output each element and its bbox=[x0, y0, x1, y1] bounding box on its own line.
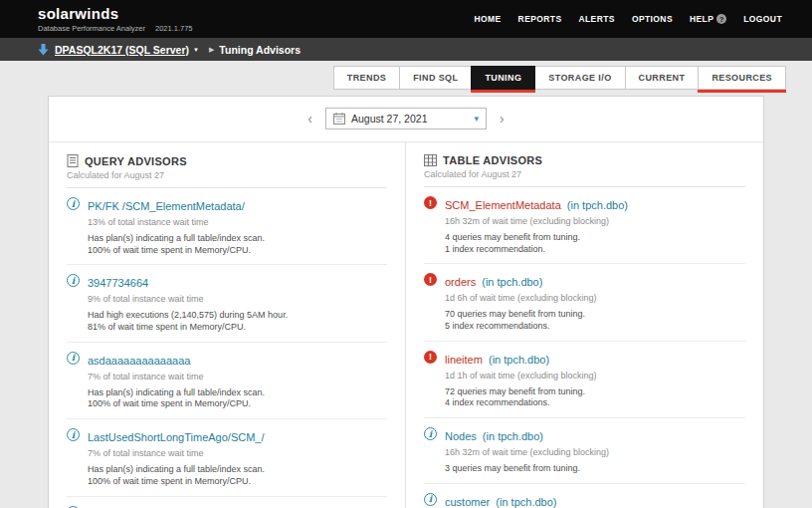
detail-line: Has plan(s) indicating a full table/inde… bbox=[88, 233, 265, 245]
tuning-advisors-card: ‹ August 27, 2021 ▾ › QUERY ADVISORS Cal… bbox=[48, 96, 764, 508]
product-subtitle: Database Performance Analyzer 2021.1.775 bbox=[38, 24, 193, 33]
table-advisor-link[interactable]: SCM_ElementMetadata (in tpch.dbo) bbox=[445, 199, 628, 211]
brand-block: solarwinds Database Performance Analyzer… bbox=[38, 6, 193, 33]
info-icon: i bbox=[67, 428, 80, 441]
nav-alerts[interactable]: ALERTS bbox=[578, 14, 614, 24]
table-advisors-subtitle: Calculated for August 27 bbox=[424, 169, 745, 179]
query-advisor-item: i 3947734664 9% of total instance wait t… bbox=[67, 264, 387, 341]
advisor-details: Has plan(s) indicating a full table/inde… bbox=[88, 464, 265, 487]
advisor-panels: QUERY ADVISORS Calculated for August 27 … bbox=[49, 142, 763, 508]
wait-summary: 1d 1h of wait time (excluding blocking) bbox=[445, 371, 597, 381]
instance-down-arrow-icon bbox=[38, 44, 49, 56]
table-advisors-title: TABLE ADVISORS bbox=[443, 154, 542, 166]
date-picker[interactable]: August 27, 2021 ▾ bbox=[325, 108, 487, 129]
table-name: orders bbox=[445, 276, 476, 288]
query-advisor-link[interactable]: PK/FK /SCM_ElementMetadata/ bbox=[88, 200, 245, 212]
nav-logout[interactable]: LOGOUT bbox=[743, 14, 782, 24]
top-nav: HOME REPORTS ALERTS OPTIONS HELP ? LOGOU… bbox=[474, 14, 782, 24]
query-advisor-item: i 2415565769 5% of total instance wait t… bbox=[67, 496, 387, 508]
wait-summary: 1d 6h of wait time (excluding blocking) bbox=[445, 293, 597, 303]
wait-summary: 16h 32m of wait time (excluding blocking… bbox=[445, 447, 609, 457]
advisor-details: Has plan(s) indicating a full table/inde… bbox=[88, 233, 265, 256]
advisor-details: Had high executions (2,140,575) during 5… bbox=[88, 310, 288, 333]
table-location: (in tpch.dbo) bbox=[496, 496, 556, 508]
table-advisor-link[interactable]: Nodes (in tpch.dbo) bbox=[445, 430, 543, 442]
table-advisor-item: ! lineitem (in tpch.dbo) 1d 1h of wait t… bbox=[424, 341, 745, 417]
query-advisors-header: QUERY ADVISORS Calculated for August 27 bbox=[67, 154, 387, 188]
query-advisors-title: QUERY ADVISORS bbox=[85, 155, 187, 167]
date-navigation: ‹ August 27, 2021 ▾ › bbox=[49, 97, 763, 142]
breadcrumb-page-title: Tuning Advisors bbox=[219, 44, 301, 56]
query-advisor-item: i PK/FK /SCM_ElementMetadata/ 13% of tot… bbox=[67, 188, 387, 264]
tab-current[interactable]: CURRENT bbox=[625, 66, 700, 90]
detail-line: Has plan(s) indicating a full table/inde… bbox=[88, 387, 265, 399]
detail-line: 4 queries may benefit from tuning. bbox=[445, 232, 628, 244]
detail-line: 3 queries may benefit from tuning. bbox=[445, 463, 609, 475]
wait-summary: 13% of total instance wait time bbox=[88, 217, 265, 227]
product-version: 2021.1.775 bbox=[155, 24, 193, 33]
table-advisor-link[interactable]: lineitem (in tpch.dbo) bbox=[445, 354, 549, 366]
query-advisor-link[interactable]: 3947734664 bbox=[88, 277, 148, 289]
detail-line: Has plan(s) indicating a full table/inde… bbox=[88, 464, 265, 476]
top-header-bar: solarwinds Database Performance Analyzer… bbox=[0, 0, 812, 38]
detail-line: 100% of wait time spent in Memory/CPU. bbox=[88, 245, 265, 257]
critical-icon: ! bbox=[424, 196, 437, 209]
breadcrumb-bar: DPASQL2K17 (SQL Server) ▼ ▶ Tuning Advis… bbox=[0, 38, 812, 61]
advisor-details: Has plan(s) indicating a full table/inde… bbox=[88, 387, 265, 410]
instance-caret-icon[interactable]: ▼ bbox=[193, 47, 199, 53]
calendar-icon bbox=[333, 113, 345, 125]
nav-help[interactable]: HELP ? bbox=[690, 14, 726, 24]
table-advisor-item: ! orders (in tpch.dbo) 1d 6h of wait tim… bbox=[424, 263, 745, 340]
info-icon: i bbox=[67, 197, 80, 210]
table-advisor-item: i customer (in tpch.dbo) 31m 46s of wait… bbox=[424, 483, 745, 508]
detail-line: 70 queries may benefit from tuning. bbox=[445, 309, 597, 321]
query-advisor-link[interactable]: asdaaaaaaaaaaaaaa bbox=[88, 355, 190, 367]
table-advisor-item: i Nodes (in tpch.dbo) 16h 32m of wait ti… bbox=[424, 417, 745, 483]
query-advisor-link[interactable]: LastUsedShortLongTimeAgo/SCM_/ bbox=[88, 431, 265, 443]
product-name: Database Performance Analyzer bbox=[38, 24, 145, 33]
help-icon[interactable]: ? bbox=[716, 14, 726, 24]
table-advisor-link[interactable]: orders (in tpch.dbo) bbox=[445, 276, 542, 288]
nav-home[interactable]: HOME bbox=[474, 14, 501, 24]
table-advisors-header: TABLE ADVISORS Calculated for August 27 bbox=[424, 154, 745, 187]
tab-find-sql[interactable]: FIND SQL bbox=[399, 66, 472, 90]
tab-resources[interactable]: RESOURCES bbox=[698, 66, 786, 90]
tab-storage-io[interactable]: STORAGE I/O bbox=[534, 66, 625, 90]
detail-line: 100% of wait time spent in Memory/CPU. bbox=[88, 398, 265, 410]
table-location: (in tpch.dbo) bbox=[567, 199, 628, 211]
prev-day-button[interactable]: ‹ bbox=[307, 112, 312, 126]
tab-tuning[interactable]: TUNING bbox=[471, 66, 535, 90]
detail-line: 5 index recommendations. bbox=[445, 321, 597, 333]
nav-reports[interactable]: REPORTS bbox=[518, 14, 562, 24]
query-advisor-item: i LastUsedShortLongTimeAgo/SCM_/ 7% of t… bbox=[67, 418, 387, 495]
wait-summary: 7% of total instance wait time bbox=[88, 448, 265, 458]
detail-line: 100% of wait time spent in Memory/CPU. bbox=[88, 476, 265, 488]
nav-help-label[interactable]: HELP bbox=[690, 14, 713, 24]
nav-options[interactable]: OPTIONS bbox=[632, 14, 673, 24]
table-advisor-link[interactable]: customer (in tpch.dbo) bbox=[445, 496, 556, 508]
solarwinds-logo: solarwinds bbox=[38, 6, 193, 21]
advisor-details: 70 queries may benefit from tuning. 5 in… bbox=[445, 309, 597, 332]
instance-selector[interactable]: DPASQL2K17 (SQL Server) bbox=[55, 44, 189, 56]
table-advisors-panel: TABLE ADVISORS Calculated for August 27 … bbox=[406, 142, 763, 508]
detail-line: 4 index recommendations. bbox=[445, 397, 597, 409]
table-location: (in tpch.dbo) bbox=[489, 354, 549, 366]
query-advisors-icon bbox=[67, 154, 79, 167]
breadcrumb-arrow-icon: ▶ bbox=[209, 46, 214, 54]
detail-line: Had high executions (2,140,575) during 5… bbox=[88, 310, 288, 322]
critical-icon: ! bbox=[424, 351, 437, 364]
wait-summary: 9% of total instance wait time bbox=[88, 294, 288, 304]
tab-trends[interactable]: TRENDS bbox=[333, 66, 400, 90]
info-icon: i bbox=[424, 493, 437, 506]
query-advisors-subtitle: Calculated for August 27 bbox=[67, 170, 387, 180]
date-dropdown-caret-icon: ▾ bbox=[474, 114, 479, 124]
info-icon: i bbox=[424, 427, 437, 440]
advisor-details: 4 queries may benefit from tuning. 1 ind… bbox=[445, 232, 628, 255]
table-location: (in tpch.dbo) bbox=[482, 276, 542, 288]
tab-strip: TRENDS FIND SQL TUNING STORAGE I/O CURRE… bbox=[0, 66, 786, 90]
next-day-button[interactable]: › bbox=[500, 112, 505, 126]
table-name: SCM_ElementMetadata bbox=[445, 199, 561, 211]
info-icon: i bbox=[67, 352, 80, 365]
advisor-details: 72 queries may benefit from tuning. 4 in… bbox=[445, 386, 597, 409]
advisor-details: 3 queries may benefit from tuning. bbox=[445, 463, 609, 475]
